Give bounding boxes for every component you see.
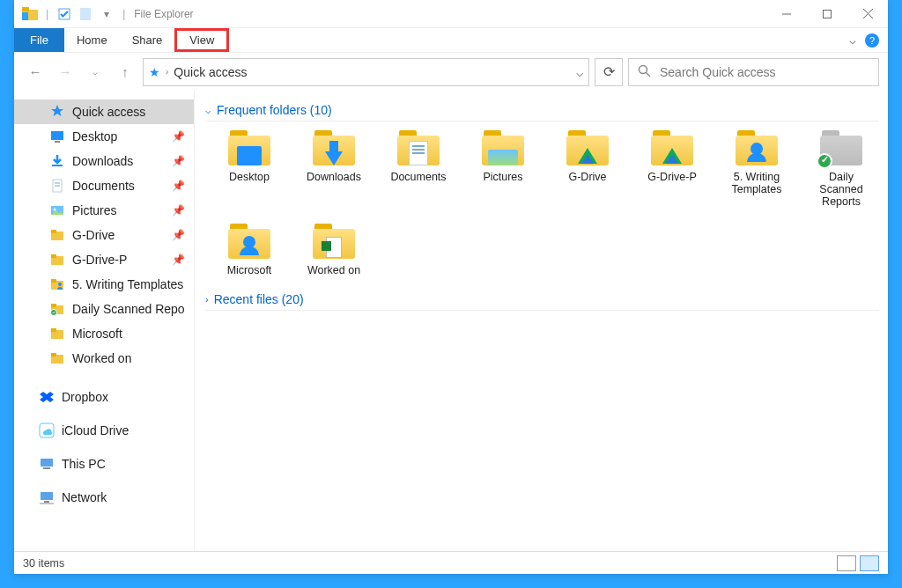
tab-home[interactable]: Home xyxy=(64,28,120,52)
folder-check-icon xyxy=(49,301,65,317)
sidebar-item-label: Documents xyxy=(72,179,135,193)
sidebar-item-desktop[interactable]: Desktop📌 xyxy=(14,124,194,149)
address-bar[interactable]: ★ › Quick access ⌵ xyxy=(143,58,589,86)
help-button[interactable]: ? xyxy=(865,33,879,48)
folder-tile-5-writing-templates[interactable]: 5. Writing Templates xyxy=(721,129,792,208)
sidebar-item-pictures[interactable]: Pictures📌 xyxy=(14,198,194,223)
main-pane: ⌵ Frequent folders (10) DesktopDownloads… xyxy=(195,91,888,551)
folder-tile-worked-on[interactable]: Worked on xyxy=(299,222,369,276)
sidebar-item-downloads[interactable]: Downloads📌 xyxy=(14,149,194,173)
sidebar-item-g-drive[interactable]: G-Drive📌 xyxy=(14,223,194,247)
sidebar-item-worked-on[interactable]: Worked on xyxy=(14,346,194,371)
qa-dropdown-icon[interactable]: ▾ xyxy=(96,4,117,24)
close-button[interactable] xyxy=(847,0,888,28)
tile-label: Downloads xyxy=(307,171,361,183)
tile-label: Daily Scanned Reports xyxy=(806,171,876,208)
tab-view[interactable]: View xyxy=(174,28,229,52)
frequent-folders-grid: DesktopDownloadsDocumentsPicturesG-Drive… xyxy=(205,121,879,289)
up-button[interactable]: ↑ xyxy=(113,60,137,85)
folder-tile-downloads[interactable]: Downloads xyxy=(299,129,369,208)
sidebar-item-label: Microsoft xyxy=(72,327,122,341)
folder-icon xyxy=(396,129,441,167)
window-title: File Explorer xyxy=(134,8,193,20)
folder-icon xyxy=(49,227,65,243)
svg-rect-1 xyxy=(22,7,29,11)
sidebar-item-label: Desktop xyxy=(72,129,117,143)
qa-check-icon[interactable] xyxy=(54,4,75,24)
download-icon xyxy=(49,153,65,169)
back-button[interactable]: ← xyxy=(23,60,48,85)
svg-rect-30 xyxy=(51,328,56,332)
app-icon xyxy=(19,4,41,24)
details-view-button[interactable] xyxy=(837,555,856,571)
chevron-right-icon: › xyxy=(205,294,209,305)
folder-tile-g-drive[interactable]: G-Drive xyxy=(552,129,623,208)
ribbon-collapse-icon[interactable]: ⌵ xyxy=(849,33,856,47)
folder-tile-microsoft[interactable]: Microsoft xyxy=(214,222,285,276)
sidebar-item-5-writing-templates[interactable]: 5. Writing Templates xyxy=(14,272,194,297)
svg-rect-12 xyxy=(55,141,60,143)
svg-rect-20 xyxy=(51,230,56,233)
search-icon xyxy=(638,64,651,80)
pin-icon: 📌 xyxy=(172,204,185,217)
sidebar-item-label: Daily Scanned Repo xyxy=(72,302,185,316)
sidebar-root-network[interactable]: Network xyxy=(14,485,194,510)
tiles-view-button[interactable] xyxy=(860,555,879,571)
folder-tile-g-drive-p[interactable]: G-Drive-P xyxy=(637,129,707,208)
statusbar: 30 items xyxy=(14,551,888,574)
forward-button[interactable]: → xyxy=(53,60,78,85)
folder-icon xyxy=(734,129,780,167)
sidebar-root-this-pc[interactable]: This PC xyxy=(14,452,194,476)
sidebar-item-label: iCloud Drive xyxy=(62,423,129,437)
qa-props-icon[interactable] xyxy=(75,4,96,24)
breadcrumb[interactable]: Quick access xyxy=(174,65,247,79)
group-header-recent[interactable]: › Recent files (20) xyxy=(205,289,879,311)
tab-file[interactable]: File xyxy=(14,28,64,52)
folder-icon xyxy=(49,252,65,268)
tile-label: Documents xyxy=(390,171,446,183)
refresh-button[interactable]: ⟳ xyxy=(595,58,623,86)
document-icon xyxy=(49,178,65,194)
svg-line-10 xyxy=(647,72,651,77)
sidebar-item-quick-access[interactable]: Quick access xyxy=(14,99,194,124)
group-header-frequent[interactable]: ⌵ Frequent folders (10) xyxy=(205,99,879,121)
minimize-button[interactable] xyxy=(766,0,807,28)
sidebar-root-icloud-drive[interactable]: iCloud Drive xyxy=(14,418,194,443)
sidebar-item-documents[interactable]: Documents📌 xyxy=(14,173,194,198)
file-explorer-window: | ▾ | File Explorer File Home Share View… xyxy=(14,0,888,574)
ribbon-tabs: File Home Share View ⌵ ? xyxy=(14,28,888,53)
folder-tile-desktop[interactable]: Desktop xyxy=(214,129,285,208)
maximize-button[interactable] xyxy=(807,0,847,28)
search-input[interactable]: Search Quick access xyxy=(628,58,879,86)
chevron-down-icon: ⌵ xyxy=(205,105,211,116)
body: Quick accessDesktop📌Downloads📌Documents📌… xyxy=(14,91,888,551)
sidebar: Quick accessDesktop📌Downloads📌Documents📌… xyxy=(14,91,195,551)
sidebar-item-g-drive-p[interactable]: G-Drive-P📌 xyxy=(14,247,194,272)
sidebar-item-label: Worked on xyxy=(72,351,131,365)
tab-share[interactable]: Share xyxy=(120,28,175,52)
sidebar-root-dropbox[interactable]: Dropbox xyxy=(14,385,194,409)
sidebar-item-microsoft[interactable]: Microsoft xyxy=(14,321,194,346)
folder-tile-documents[interactable]: Documents xyxy=(383,129,454,208)
tile-label: G-Drive xyxy=(568,171,606,183)
folder-icon xyxy=(311,129,357,167)
chevron-right-icon: › xyxy=(166,67,168,77)
sidebar-item-daily-scanned-repo[interactable]: Daily Scanned Repo xyxy=(14,297,194,321)
svg-rect-35 xyxy=(43,467,50,469)
svg-rect-34 xyxy=(41,459,53,467)
sidebar-item-label: Downloads xyxy=(72,154,133,168)
svg-rect-2 xyxy=(22,12,28,20)
folder-tile-pictures[interactable]: Pictures xyxy=(468,129,538,208)
folder-icon xyxy=(649,129,695,167)
chevron-down-icon[interactable]: ⌵ xyxy=(576,65,583,79)
folder-tile-daily-scanned-reports[interactable]: Daily Scanned Reports xyxy=(806,129,876,208)
pc-icon xyxy=(39,456,55,472)
tile-label: Pictures xyxy=(483,171,522,183)
sidebar-item-label: G-Drive-P xyxy=(72,253,127,267)
svg-point-25 xyxy=(58,283,62,286)
folder-person-icon xyxy=(49,276,65,292)
search-placeholder: Search Quick access xyxy=(660,65,776,79)
sidebar-item-label: Network xyxy=(62,490,107,504)
folder-icon xyxy=(480,129,526,167)
recent-dropdown[interactable]: ⌵ xyxy=(83,60,107,85)
